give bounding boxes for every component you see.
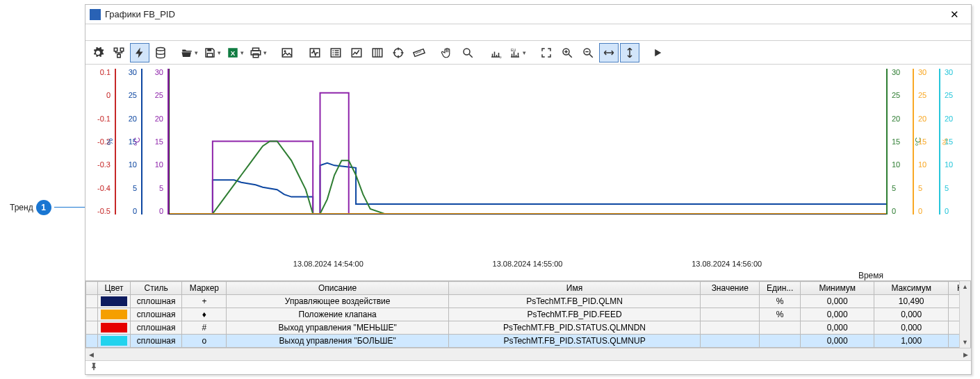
- cell: [701, 335, 760, 348]
- open-button[interactable]: ▾: [179, 43, 200, 62]
- svg-point-12: [284, 50, 286, 52]
- svg-point-3: [156, 47, 165, 51]
- zoomin-button[interactable]: [557, 43, 577, 62]
- crosshair-button[interactable]: [389, 43, 408, 62]
- svg-rect-11: [282, 49, 292, 57]
- cell: [98, 308, 131, 321]
- x-label: Время: [858, 271, 883, 280]
- fit-button[interactable]: [537, 43, 556, 62]
- y-tick: 20: [892, 115, 900, 123]
- gear-button[interactable]: [88, 43, 108, 62]
- color-swatch: [101, 310, 127, 319]
- scroll-down-icon[interactable]: ▼: [960, 337, 970, 348]
- x-axis: 13.08.2024 14:54:0013.08.2024 14:55:0013…: [169, 250, 886, 280]
- y-axis: 302520151050%: [913, 69, 939, 214]
- y-tick: 30: [918, 68, 926, 76]
- svg-point-19: [464, 49, 470, 55]
- zoomout-button[interactable]: [578, 43, 598, 62]
- pulse-button[interactable]: [305, 43, 325, 62]
- play-button[interactable]: [648, 43, 667, 62]
- col-header[interactable]: Един...: [760, 282, 801, 295]
- bolt-button[interactable]: [130, 43, 149, 62]
- plot-area[interactable]: [169, 69, 886, 214]
- cell: сплошная: [130, 308, 182, 321]
- col-header[interactable]: Стиль: [130, 282, 182, 295]
- col-header[interactable]: Значение: [701, 282, 760, 295]
- y-axis: 302520151050: [939, 69, 965, 214]
- chart-area: 0.10-0.1-0.2-0.3-0.4-0.5302520151050%302…: [90, 69, 965, 250]
- y-tick: 0: [918, 207, 922, 215]
- svg-text:o: o: [500, 56, 502, 59]
- series-GREEN: [170, 142, 886, 214]
- col-header[interactable]: Цвет: [98, 282, 131, 295]
- statusbar: [85, 360, 971, 374]
- save-button[interactable]: ▾: [202, 43, 223, 62]
- titlebar: Графики FB_PID ✕: [85, 5, 971, 24]
- y-tick: 0: [159, 207, 163, 215]
- cell: Положение клапана: [227, 308, 449, 321]
- col-header[interactable]: Максимум: [874, 282, 949, 295]
- cell: [760, 335, 801, 348]
- vruler-button[interactable]: [368, 43, 387, 62]
- panh-button[interactable]: [599, 43, 619, 62]
- y-tick: 0: [945, 207, 949, 215]
- y-tick: 5: [133, 184, 137, 192]
- cell: 0,000: [800, 321, 874, 335]
- cell: [701, 295, 760, 308]
- cell: PsTechMT.FB_PID.STATUS.QLMNDN: [448, 321, 700, 335]
- pin-icon[interactable]: [90, 362, 98, 373]
- window-title: Графики FB_PID: [105, 9, 938, 19]
- print-button[interactable]: ▾: [247, 43, 269, 62]
- image-button[interactable]: [277, 43, 297, 62]
- hand-button[interactable]: [437, 43, 457, 62]
- table-hscrollbar[interactable]: ◀ ▶: [85, 348, 971, 360]
- col-header[interactable]: Описание: [227, 282, 449, 295]
- col-header[interactable]: Минимум: [800, 282, 874, 295]
- db-button[interactable]: [151, 43, 170, 62]
- legend-table-wrap: ЦветСтильМаркерОписаниеИмяЗначениеЕдин..…: [85, 280, 971, 360]
- y-tick: 5: [159, 184, 163, 192]
- panv-button[interactable]: [620, 43, 639, 62]
- cell: [86, 308, 98, 321]
- cell: [98, 321, 131, 335]
- y-tick: 15: [918, 137, 926, 146]
- cell: 0,000: [874, 308, 949, 321]
- scroll-left-icon[interactable]: ◀: [85, 351, 97, 358]
- scroll-right-icon[interactable]: ▶: [960, 351, 971, 358]
- cell: PsTechMT.FB_PID.STATUS.QLMNUP: [448, 335, 700, 348]
- y-tick: 30: [155, 68, 163, 76]
- cell: 0,000: [800, 335, 874, 348]
- cell: Выход управления "БОЛЬШЕ": [227, 335, 449, 348]
- y-tick: 20: [155, 115, 163, 123]
- table-row[interactable]: сплошнаяoВыход управления "БОЛЬШЕ"PsTech…: [86, 335, 971, 348]
- excel-button[interactable]: X▾: [224, 43, 246, 62]
- list-button[interactable]: [326, 43, 345, 62]
- y-tick: 20: [918, 115, 926, 123]
- table-vscrollbar[interactable]: ▲ ▼: [959, 281, 970, 348]
- cell: %: [760, 308, 801, 321]
- chart-button[interactable]: [347, 43, 366, 62]
- table-row[interactable]: сплошная+Управляющее воздействиеPsTechMT…: [86, 295, 971, 308]
- ruler-button[interactable]: [409, 43, 429, 62]
- baseline-button[interactable]: o: [486, 43, 505, 62]
- close-button[interactable]: ✕: [942, 6, 967, 23]
- x-tick: 13.08.2024 14:54:00: [293, 260, 364, 268]
- table-row[interactable]: сплошная#Выход управления "МЕНЬШЕ"PsTech…: [86, 321, 971, 335]
- baseline-dd-button[interactable]: EU▾: [507, 43, 528, 62]
- col-header[interactable]: Имя: [448, 282, 700, 295]
- y-tick: -0.4: [97, 184, 111, 192]
- col-header[interactable]: [86, 282, 98, 295]
- col-header[interactable]: Маркер: [182, 282, 227, 295]
- y-tick: 0: [892, 207, 896, 215]
- cell: [86, 335, 98, 348]
- zoom-button[interactable]: [458, 43, 477, 62]
- cell: [86, 295, 98, 308]
- cell: [86, 321, 98, 335]
- y-tick: 0: [106, 91, 111, 99]
- struct-button[interactable]: [109, 43, 129, 62]
- x-axis-row: 13.08.2024 14:54:0013.08.2024 14:55:0013…: [90, 250, 965, 280]
- scroll-up-icon[interactable]: ▲: [960, 281, 970, 292]
- table-row[interactable]: сплошная♦Положение клапанаPsTechMT.FB_PI…: [86, 308, 971, 321]
- toolbar: ▾▾X▾▾oEU▾: [85, 41, 971, 65]
- y-tick: 10: [129, 160, 137, 169]
